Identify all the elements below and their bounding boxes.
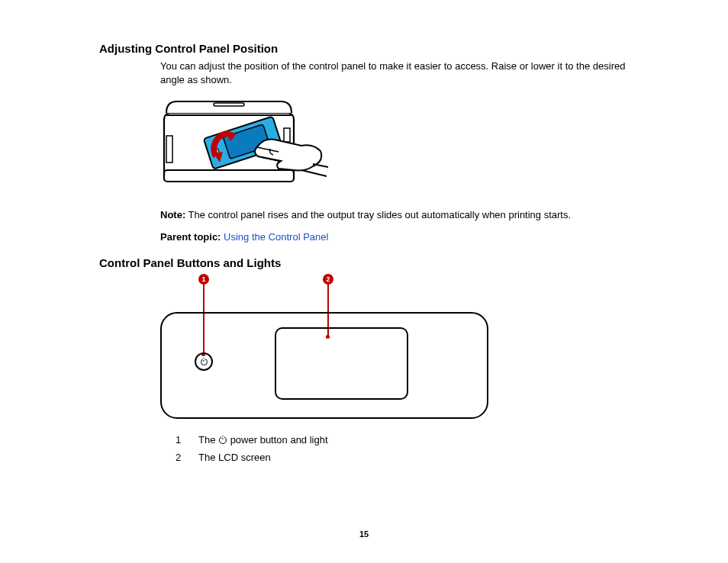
parent-topic-link[interactable]: Using the Control Panel — [224, 231, 328, 243]
heading-adjusting-position: Adjusting Control Panel Position — [99, 42, 652, 55]
power-icon — [201, 359, 208, 365]
callout-1: 1 — [198, 274, 209, 285]
legend-table: 1 The power button and light 2 The LCD s… — [176, 434, 652, 463]
parent-topic-label: Parent topic: — [160, 231, 221, 243]
page-number: 15 — [0, 529, 728, 539]
note-body: The control panel rises and the output t… — [185, 209, 571, 220]
legend-num-2: 2 — [176, 452, 198, 463]
legend-row-2: 2 The LCD screen — [176, 452, 652, 463]
svg-rect-5 — [284, 128, 290, 142]
power-button-graphic — [195, 352, 213, 371]
legend-row-1: 1 The power button and light — [176, 434, 652, 446]
svg-rect-4 — [166, 136, 172, 162]
callout-2: 2 — [323, 274, 333, 285]
svg-rect-2 — [214, 103, 244, 106]
figure-control-panel: 1 2 — [160, 274, 492, 419]
legend-num-1: 1 — [176, 434, 198, 446]
figure-printer-adjust — [160, 94, 652, 195]
note-label: Note: — [160, 209, 185, 220]
note-line: Note: The control panel rises and the ou… — [160, 209, 652, 220]
body-text-adjust: You can adjust the position of the contr… — [160, 60, 652, 86]
power-icon-inline — [219, 436, 227, 444]
legend-text-1: The power button and light — [198, 434, 328, 446]
heading-buttons-lights: Control Panel Buttons and Lights — [99, 256, 652, 269]
legend-text-2: The LCD screen — [198, 452, 271, 463]
svg-rect-1 — [164, 170, 294, 182]
lcd-screen-graphic — [275, 327, 408, 400]
parent-topic-line: Parent topic: Using the Control Panel — [160, 231, 652, 243]
